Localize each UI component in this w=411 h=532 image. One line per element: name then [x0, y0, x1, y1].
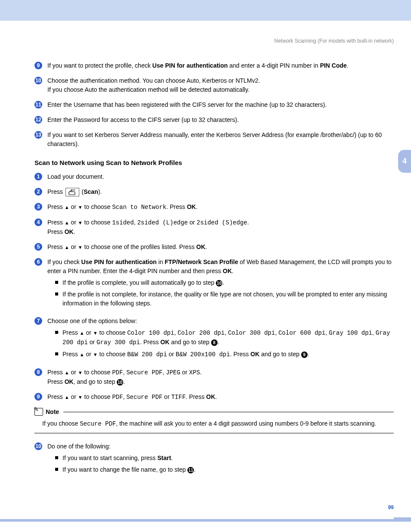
page-footer: 99 [0, 492, 411, 522]
section-b-title: Scan to Network using Scan to Network Pr… [34, 159, 394, 166]
step-bullet: 10 [34, 442, 42, 450]
square-bullet-icon [55, 352, 58, 355]
step-body: Press or to choose 1sided, 2sided (L)edg… [47, 218, 394, 236]
step-bullet: 13 [34, 131, 42, 139]
sub-item-text: Press or to choose Color 100 dpi, Color … [62, 328, 394, 347]
sub-list: If you want to start scanning, press Sta… [55, 454, 394, 474]
note-body: If you choose Secure PDF, the machine wi… [34, 417, 394, 433]
step-bullet: 4 [34, 218, 42, 226]
step-bullet: 11 [34, 101, 42, 109]
step-13: 13If you want to set Kerberos Server Add… [34, 131, 394, 149]
step-body: Press or to choose Scan to Network. Pres… [47, 202, 394, 212]
sub-list: Press or to choose Color 100 dpi, Color … [55, 328, 394, 359]
step-body: Choose one of the options below:Press or… [47, 317, 394, 362]
step-bullet: 3 [34, 203, 42, 211]
scan-hardware-button-icon [65, 188, 79, 196]
step-12: 12Enter the Password for access to the C… [34, 115, 394, 124]
step-11: 11Enter the Username that has been regis… [34, 100, 394, 109]
step-body: Press or to choose PDF, Secure PDF or TI… [47, 392, 394, 402]
step-bullet: 5 [34, 243, 42, 251]
page-number: 99 [388, 504, 394, 510]
step-6: 6If you check Use PIN for authentication… [34, 258, 394, 311]
step-3: 3Press or to choose Scan to Network. Pre… [34, 202, 394, 212]
step-body: If you check Use PIN for authentication … [47, 258, 394, 311]
step-bullet: 8 [34, 368, 42, 376]
step-bullet: 10 [34, 77, 42, 84]
sub-item: If you want to change the file name, go … [55, 465, 394, 474]
running-header: Network Scanning (For models with built-… [34, 38, 394, 44]
sub-item-text: If the profile is not complete, for inst… [62, 290, 394, 308]
step-body: Press or to choose one of the profiles l… [47, 243, 394, 252]
step-bullet: 9 [34, 393, 42, 401]
step-7: 7Choose one of the options below:Press o… [34, 317, 394, 362]
square-bullet-icon [55, 468, 58, 471]
svg-rect-0 [69, 192, 75, 195]
step-body: If you want to protect the profile, chec… [47, 61, 394, 70]
step-bullet: 2 [34, 188, 42, 196]
step-2: 2Press (Scan). [34, 187, 394, 196]
step-10: 10Choose the authentication method. You … [34, 76, 394, 94]
step-9: 9If you want to protect the profile, che… [34, 61, 394, 70]
section-a-steps: 9If you want to protect the profile, che… [34, 61, 394, 149]
step-4: 4Press or to choose 1sided, 2sided (L)ed… [34, 218, 394, 236]
top-header-band [0, 0, 411, 21]
step-bullet: 1 [34, 173, 42, 180]
step-bullet: 12 [34, 116, 42, 124]
step-body: Enter the Password for access to the CIF… [47, 115, 394, 124]
sub-item: If the profile is not complete, for inst… [55, 290, 394, 308]
step-bullet: 9 [34, 62, 42, 69]
step-10: 10Do one of the following:If you want to… [34, 442, 394, 477]
sub-item: If the profile is complete, you will aut… [55, 278, 394, 287]
sub-item-text: If the profile is complete, you will aut… [62, 278, 224, 287]
step-1: 1Load your document. [34, 172, 394, 181]
note-icon [34, 408, 43, 416]
sub-item-text: If you want to start scanning, press Sta… [62, 454, 173, 463]
sub-item: Press or to choose Color 100 dpi, Color … [55, 328, 394, 347]
square-bullet-icon [55, 292, 58, 296]
square-bullet-icon [55, 456, 58, 459]
step-body: Choose the authentication method. You ca… [47, 76, 394, 94]
step-body: Load your document. [47, 172, 394, 181]
sub-item-text: If you want to change the file name, go … [62, 465, 196, 474]
chapter-tab: 4 [398, 150, 411, 173]
note-block: Note If you choose Secure PDF, the machi… [34, 408, 394, 433]
page-content: Network Scanning (For models with built-… [0, 21, 411, 492]
sub-item: If you want to start scanning, press Sta… [55, 454, 394, 463]
step-body: Do one of the following:If you want to s… [47, 442, 394, 477]
step-body: If you want to set Kerberos Server Addre… [47, 131, 394, 149]
step-bullet: 6 [34, 258, 42, 266]
note-label: Note [46, 408, 59, 415]
step-9: 9Press or to choose PDF, Secure PDF or T… [34, 392, 394, 402]
sub-item-text: Press or to choose B&W 200 dpi or B&W 20… [62, 350, 309, 359]
step-body: Press (Scan). [47, 187, 394, 196]
square-bullet-icon [55, 281, 58, 284]
step-body: Enter the Username that has been registe… [47, 100, 394, 109]
section-c-steps: 10Do one of the following:If you want to… [34, 442, 394, 477]
section-b-steps: 1Load your document.2Press (Scan).3Press… [34, 172, 394, 402]
sub-list: If the profile is complete, you will aut… [55, 278, 394, 308]
step-5: 5Press or to choose one of the profiles … [34, 243, 394, 252]
step-8: 8Press or to choose PDF, Secure PDF, JPE… [34, 368, 394, 386]
step-body: Press or to choose PDF, Secure PDF, JPEG… [47, 368, 394, 386]
square-bullet-icon [55, 331, 58, 334]
sub-item: Press or to choose B&W 200 dpi or B&W 20… [55, 350, 394, 359]
step-bullet: 7 [34, 317, 42, 325]
